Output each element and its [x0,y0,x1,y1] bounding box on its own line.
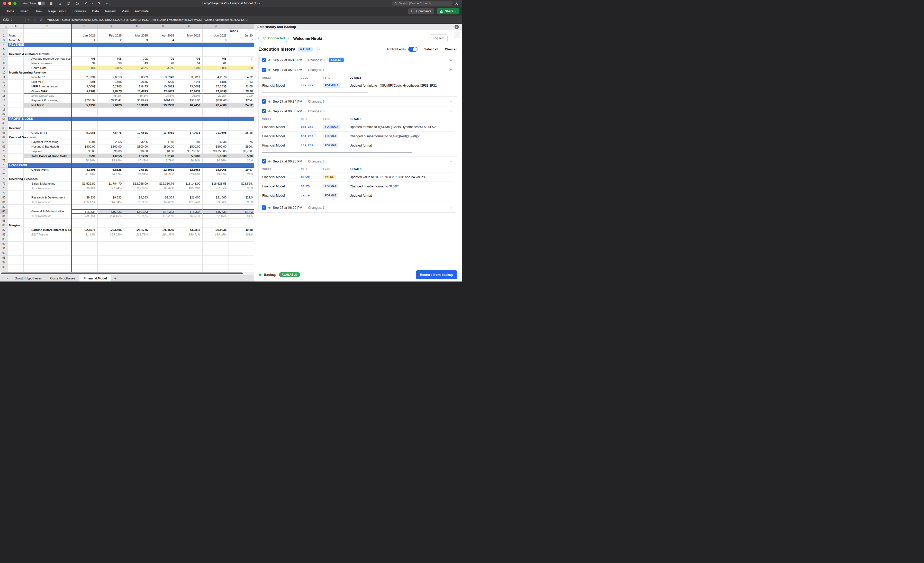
cell[interactable]: Feb-2025 [98,33,124,38]
cell[interactable]: 5,298$ [98,84,124,89]
cell[interactable]: 8.79% [150,158,176,163]
cell[interactable] [124,237,150,242]
cell[interactable] [8,260,24,265]
cell[interactable]: -28,174$ [124,228,150,233]
cell[interactable] [24,223,72,228]
cell[interactable] [98,205,124,209]
cell[interactable] [24,265,72,269]
cell[interactable] [229,47,254,52]
cell[interactable]: -43,281$ [176,228,202,233]
cell[interactable]: 36.1% [124,93,150,98]
cell[interactable] [202,52,229,57]
cell[interactable]: 308.29% [72,214,98,219]
cell[interactable] [124,255,150,260]
row-header-16[interactable]: 16 [0,98,8,103]
cell[interactable] [176,122,202,126]
cell[interactable] [176,269,202,272]
minimize-window-button[interactable] [8,2,11,5]
cell[interactable] [8,131,24,135]
row-header-14[interactable]: 14 [0,89,8,93]
row-header-71[interactable]: 71 [0,154,8,158]
cell[interactable] [229,177,254,182]
cell[interactable] [124,122,150,126]
undo-dropdown-icon[interactable]: ▾ [92,2,93,5]
cell[interactable]: 16,745$ [176,103,202,107]
cell[interactable] [229,122,254,126]
cell[interactable]: Year 1 [229,29,254,33]
row-header-62[interactable]: 62 [0,112,8,117]
sheet-tab-costs-hypotheses[interactable]: Costs Hypotheses [46,275,80,281]
cell[interactable] [124,265,150,269]
more-icon[interactable]: ⋯ [105,0,111,7]
cell[interactable]: 12,195$ [176,168,202,172]
cell[interactable] [229,107,254,112]
cell[interactable] [124,260,150,265]
cell[interactable]: 5,30 [229,154,254,158]
cell[interactable]: Research & Development [24,195,72,200]
ribbon-tab-view[interactable]: View [118,7,132,16]
cell[interactable] [72,260,98,265]
row-header-89[interactable]: 89 [0,237,8,242]
cell[interactable]: $800.00 [202,144,229,149]
cell[interactable] [202,219,229,223]
cell[interactable]: 518$ [176,140,202,144]
cell[interactable]: 112.99% [124,186,150,191]
cell[interactable] [8,168,24,172]
cell[interactable]: $0.00 [98,149,124,154]
cell[interactable] [72,135,98,140]
cell[interactable]: $16,333 [176,209,202,214]
row-header-81[interactable]: 81 [0,200,8,205]
cell[interactable]: 70.64% [176,172,202,177]
cell[interactable] [229,135,254,140]
cell[interactable] [98,122,124,126]
cell[interactable] [8,149,24,154]
cell[interactable]: 54 [176,61,202,66]
cell[interactable]: 633$ [202,140,229,144]
cell[interactable]: 75 [229,140,254,144]
ribbon-tab-formulas[interactable]: Formulas [69,7,89,16]
cell[interactable] [124,269,150,272]
cell[interactable] [150,269,176,272]
cell[interactable]: 64.5 [229,214,254,219]
row-header-92[interactable]: 92 [0,251,8,255]
cell[interactable]: 13,808$ [150,89,176,93]
cell[interactable]: 86.81% [98,172,124,177]
cell[interactable]: 10,361$ [124,103,150,107]
row-header-93[interactable]: 93 [0,255,8,260]
entry-cell-link[interactable]: C9:Z9 [301,185,323,188]
cell[interactable]: 3,394$ [150,75,176,80]
column-header-f[interactable]: F [150,24,176,29]
cell[interactable]: 3 [124,38,150,43]
cell[interactable] [8,246,24,251]
cell[interactable] [124,107,150,112]
cell[interactable]: % of Revenues [24,214,72,219]
cell[interactable]: $18,525.55 [202,182,229,186]
cell[interactable]: Gross MRR [24,131,72,135]
entry-cell-link[interactable]: C83:Z83 [301,125,323,129]
cell[interactable] [72,126,98,131]
cell[interactable] [72,219,98,223]
cell[interactable]: -161.6 [229,233,254,237]
cell[interactable] [176,219,202,223]
cell[interactable] [98,135,124,140]
cell[interactable] [229,223,254,228]
cell[interactable] [124,126,150,131]
cell[interactable]: 1,035$ [98,154,124,158]
cell[interactable] [124,251,150,255]
cell[interactable]: 25,28 [229,131,254,135]
cell[interactable]: 4,339$ [72,168,98,172]
cell[interactable]: Hosting & Bandwidth [24,144,72,149]
cell[interactable]: 176.17% [72,200,98,205]
row-header-15[interactable]: 15 [0,93,8,98]
cell[interactable]: -250.71% [176,233,202,237]
cell[interactable] [8,195,24,200]
cell[interactable]: 3,000$ [72,84,98,89]
ribbon-tab-draw[interactable]: Draw [32,7,45,16]
cell[interactable]: Gross MRR [24,89,72,93]
document-title[interactable]: Early-Stage SaaS - Financial Model (1) ▾ [202,2,260,5]
cell[interactable]: 89.67% [150,186,176,191]
cell[interactable]: $16,333 [124,209,150,214]
entry-cell-link[interactable]: C83:Z83 [301,134,323,138]
run-checkbox[interactable]: ✓ [262,68,266,72]
cell[interactable] [229,61,254,66]
